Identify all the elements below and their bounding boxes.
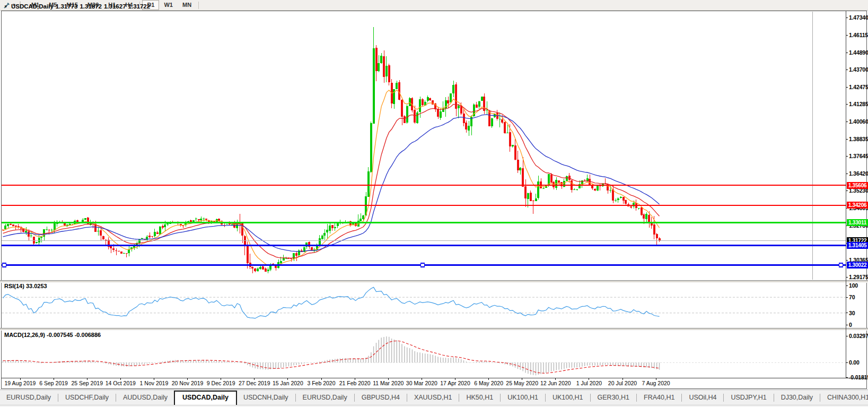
price-badge: 1.30022 [847,262,868,269]
ma-fast-line [3,90,660,266]
tab-separator [354,394,355,402]
price-badge: 1.35606 [847,182,868,189]
tab-audusd-daily[interactable]: AUDUSD,Daily [117,391,174,404]
moving-average-lines [3,90,660,266]
tab-china300-h1[interactable]: CHINA300,H1 [821,391,868,404]
macd-axis-label: -0.018154 [849,374,868,380]
tab-usdcnh-daily[interactable]: USDCNH,Daily [237,391,295,404]
tab-separator [681,394,682,402]
chart-bottom-border [1,378,867,378]
tab-separator [723,394,724,402]
line-drag-handle[interactable] [421,263,425,267]
rsi-axis-label: 100 [849,282,858,289]
tab-separator [295,394,296,402]
tab-gbpusd-h4[interactable]: GBPUSD,H4 [355,391,406,404]
macd-axis-label: 0.032972 [849,333,868,339]
price-axis-label: 1.38835 [849,136,868,142]
price-axis-label: 1.43700 [849,66,868,73]
tab-xauusd-h1[interactable]: XAUUSD,H1 [408,391,459,404]
status-strip [0,405,868,407]
rsi-axis-label: 30 [849,310,855,316]
rsi-pane [2,287,846,318]
price-axis-label: 1.44890 [849,49,868,56]
tab-usdjpy-h1[interactable]: USDJPY,H1 [724,391,773,404]
price-axis-label: 1.40060 [849,118,868,125]
tab-ger30-h1[interactable]: GER30,H1 [591,391,636,404]
price-axis-label: 1.37645 [849,153,868,159]
price-badge: 1.31405 [847,242,868,249]
rsi-axis-label: 70 [849,294,855,300]
main-chart-canvas[interactable] [0,0,868,407]
tab-usdchf-daily[interactable]: USDCHF,Daily [59,391,115,404]
tab-eurusd-daily[interactable]: EURUSD,Daily [0,391,57,404]
price-axis-label: 1.46115 [849,32,868,38]
collapse-icon[interactable]: ▼ [4,4,8,9]
tab-fra40-h1[interactable]: FRA40,H1 [637,391,681,404]
tab-separator [407,394,407,402]
tab-eurusd-daily[interactable]: EURUSD,Daily [296,391,354,404]
tab-usoil-h4[interactable]: USOil,H4 [682,391,723,404]
rsi-indicator-label: RSI(14) 33.0253 [4,283,47,289]
ohlc-low: 1.31627 [104,3,126,10]
tab-dj30-daily[interactable]: DJ30,Daily [775,391,819,404]
tab-uk100-h1[interactable]: UK100,H1 [546,391,590,404]
price-axis-label: 1.36420 [849,170,868,177]
rsi-axis-label: 0 [849,322,852,328]
tab-separator [116,394,116,402]
macd-indicator-label: MACD(12,26,9) -0.007545 -0.006886 [4,332,101,338]
tab-separator [590,394,591,402]
ohlc-close: 1.31722 [128,3,151,10]
tab-separator [58,394,58,402]
rsi-line [3,287,660,318]
tab-usdcad-daily[interactable]: USDCAD,Daily [174,391,237,405]
macd-pane [2,336,846,375]
tab-separator [545,394,546,402]
tab-hk50-h1[interactable]: HK50,H1 [460,391,499,404]
macd-signal-line [3,341,660,373]
pane-separator-rsi[interactable] [0,280,868,283]
tab-separator [774,394,774,402]
price-axis-label: 1.47340 [849,14,868,21]
chart-title: ▼ USDCAD,Daily 1.317731.318721.316271.31… [4,3,150,10]
line-drag-handle[interactable] [839,263,843,267]
price-axis-label: 1.41285 [849,101,868,107]
date-axis-label: 7 Aug 2020 [634,380,678,386]
ohlc-high: 1.31872 [80,3,102,10]
tab-uk100-h1[interactable]: UK100,H1 [501,391,545,404]
price-badge: 1.34206 [847,202,868,209]
chart-symbol-label: USDCAD,Daily [11,3,54,10]
tab-separator [820,394,820,402]
price-axis-label: 1.42475 [849,84,868,90]
tab-separator [459,394,459,402]
ohlc-open: 1.31773 [56,3,78,10]
candles [2,27,661,274]
price-axis-label: 1.29175 [849,274,868,280]
chart-tab-bar: EURUSD,DailyUSDCHF,DailyAUDUSD,DailyUSDC… [0,389,868,405]
price-axis-border [846,11,846,378]
tab-separator [636,394,637,402]
macd-axis-label: 0.00 [849,359,860,366]
price-badge: 1.33011 [847,219,868,226]
line-drag-handle[interactable] [3,263,6,267]
tab-separator [500,394,501,402]
pane-separator-macd[interactable] [0,328,868,331]
